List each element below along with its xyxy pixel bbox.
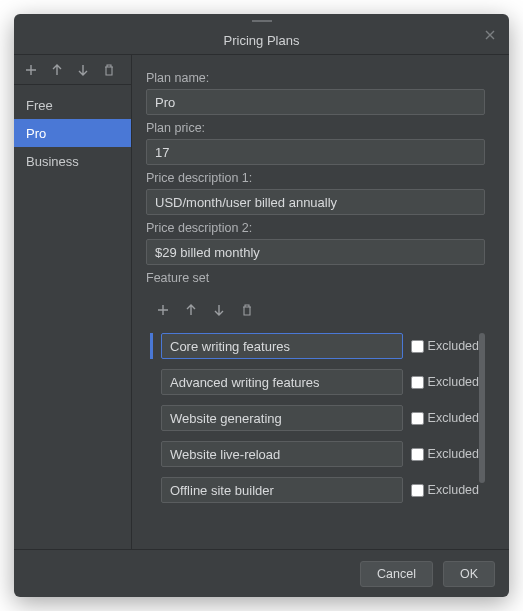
add-icon[interactable] xyxy=(24,63,38,77)
feature-row[interactable]: Excluded xyxy=(150,441,479,467)
feature-set-label: Feature set xyxy=(146,271,485,285)
cancel-button[interactable]: Cancel xyxy=(360,561,433,587)
pricing-plans-dialog: Pricing Plans Free xyxy=(14,14,509,597)
selection-bar xyxy=(150,405,153,431)
feature-row[interactable]: Excluded xyxy=(150,333,479,359)
selection-bar xyxy=(150,369,153,395)
dialog-footer: Cancel OK xyxy=(14,549,509,597)
close-icon[interactable] xyxy=(483,28,499,44)
excluded-label: Excluded xyxy=(428,411,479,425)
plan-name-input[interactable] xyxy=(146,89,485,115)
feature-name-input[interactable] xyxy=(161,441,403,467)
checkbox-box xyxy=(411,484,424,497)
sidebar-item-business[interactable]: Business xyxy=(14,147,131,175)
feature-area: Excluded Excluded xyxy=(146,333,485,503)
plan-price-input[interactable] xyxy=(146,139,485,165)
dialog-title: Pricing Plans xyxy=(224,33,300,48)
feature-move-down-icon[interactable] xyxy=(212,303,226,317)
selection-bar xyxy=(150,477,153,503)
feature-name-input[interactable] xyxy=(161,477,403,503)
price-desc1-label: Price description 1: xyxy=(146,171,485,185)
excluded-checkbox[interactable]: Excluded xyxy=(411,483,479,497)
dialog-body: Free Pro Business Plan name: Plan price:… xyxy=(14,54,509,549)
feature-delete-icon[interactable] xyxy=(240,303,254,317)
feature-toolbar xyxy=(146,295,485,325)
checkbox-box xyxy=(411,412,424,425)
plan-list: Free Pro Business xyxy=(14,85,131,549)
selection-bar xyxy=(150,333,153,359)
feature-name-input[interactable] xyxy=(161,333,403,359)
sidebar-item-pro[interactable]: Pro xyxy=(14,119,131,147)
excluded-checkbox[interactable]: Excluded xyxy=(411,447,479,461)
main-panel: Plan name: Plan price: Price description… xyxy=(132,55,509,549)
feature-row[interactable]: Excluded xyxy=(150,405,479,431)
excluded-checkbox[interactable]: Excluded xyxy=(411,339,479,353)
checkbox-box xyxy=(411,376,424,389)
excluded-checkbox[interactable]: Excluded xyxy=(411,375,479,389)
delete-icon[interactable] xyxy=(102,63,116,77)
checkbox-box xyxy=(411,448,424,461)
excluded-label: Excluded xyxy=(428,483,479,497)
move-up-icon[interactable] xyxy=(50,63,64,77)
feature-rows: Excluded Excluded xyxy=(146,333,479,503)
sidebar-item-free[interactable]: Free xyxy=(14,91,131,119)
feature-scrollbar[interactable] xyxy=(479,333,485,503)
sidebar: Free Pro Business xyxy=(14,55,132,549)
excluded-label: Excluded xyxy=(428,447,479,461)
feature-row[interactable]: Excluded xyxy=(150,477,479,503)
drag-handle[interactable] xyxy=(252,20,272,22)
scrollbar-thumb[interactable] xyxy=(479,333,485,483)
title-bar: Pricing Plans xyxy=(14,14,509,54)
plan-price-label: Plan price: xyxy=(146,121,485,135)
price-desc2-label: Price description 2: xyxy=(146,221,485,235)
excluded-label: Excluded xyxy=(428,375,479,389)
price-desc1-input[interactable] xyxy=(146,189,485,215)
feature-name-input[interactable] xyxy=(161,405,403,431)
feature-move-up-icon[interactable] xyxy=(184,303,198,317)
excluded-checkbox[interactable]: Excluded xyxy=(411,411,479,425)
price-desc2-input[interactable] xyxy=(146,239,485,265)
feature-name-input[interactable] xyxy=(161,369,403,395)
ok-button[interactable]: OK xyxy=(443,561,495,587)
excluded-label: Excluded xyxy=(428,339,479,353)
plan-name-label: Plan name: xyxy=(146,71,485,85)
checkbox-box xyxy=(411,340,424,353)
feature-add-icon[interactable] xyxy=(156,303,170,317)
move-down-icon[interactable] xyxy=(76,63,90,77)
sidebar-toolbar xyxy=(14,55,131,85)
feature-set: Excluded Excluded xyxy=(146,295,485,503)
selection-bar xyxy=(150,441,153,467)
feature-row[interactable]: Excluded xyxy=(150,369,479,395)
